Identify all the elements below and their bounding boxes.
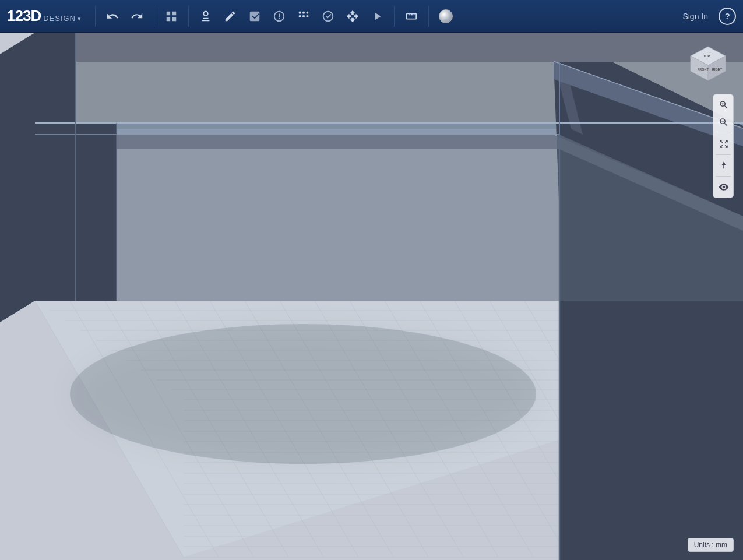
viewport[interactable]: FRONT RIGHT TOP Units : mm <box>0 33 743 560</box>
svg-text:FRONT: FRONT <box>698 68 709 71</box>
units-badge[interactable]: Units : mm <box>688 538 734 552</box>
toolbar: 123D DESIGN ▾ <box>0 0 743 33</box>
svg-rect-2 <box>307 11 309 13</box>
snap-button[interactable] <box>366 5 388 27</box>
svg-marker-55 <box>35 33 743 62</box>
undo-button[interactable] <box>101 5 124 27</box>
toolbar-divider-2 <box>154 6 154 27</box>
toolbar-divider-3 <box>188 6 189 27</box>
toolbar-divider-4 <box>394 6 395 27</box>
view-ctrl-divider-2 <box>716 154 731 155</box>
view-ctrl-divider-3 <box>716 176 731 177</box>
grid-button[interactable] <box>160 5 182 27</box>
construct-button[interactable] <box>244 5 266 27</box>
logo-dropdown[interactable]: ▾ <box>78 15 81 23</box>
logo-123d: 123D <box>7 7 41 25</box>
view-controls-panel <box>713 94 734 198</box>
visibility-button[interactable] <box>716 179 732 195</box>
svg-rect-3 <box>299 15 301 17</box>
sphere-button[interactable] <box>435 5 457 27</box>
3d-scene <box>0 33 743 560</box>
zoom-fit-button[interactable] <box>716 136 732 152</box>
toolbar-divider-1 <box>95 6 96 27</box>
material-button[interactable] <box>317 5 339 27</box>
svg-marker-53 <box>0 33 35 324</box>
svg-rect-4 <box>302 15 305 17</box>
modify-button[interactable] <box>268 5 290 27</box>
sketch-button[interactable] <box>219 5 241 27</box>
sign-in-button[interactable]: Sign In <box>677 8 714 24</box>
toolbar-divider-5 <box>428 6 429 27</box>
svg-text:RIGHT: RIGHT <box>712 68 723 71</box>
primitives-button[interactable] <box>195 5 217 27</box>
svg-rect-5 <box>307 15 309 17</box>
zoom-out-button[interactable] <box>716 114 732 131</box>
zoom-in-button[interactable] <box>716 97 732 113</box>
logo-design: DESIGN <box>43 14 76 23</box>
svg-point-54 <box>70 324 536 464</box>
logo-area: 123D DESIGN ▾ <box>7 7 81 25</box>
help-button[interactable]: ? <box>719 8 736 25</box>
home-view-button[interactable] <box>716 157 732 174</box>
svg-text:TOP: TOP <box>703 54 710 58</box>
view-ctrl-divider-1 <box>716 133 731 133</box>
svg-rect-0 <box>299 11 301 13</box>
transform-button[interactable] <box>341 5 364 27</box>
pattern-button[interactable] <box>293 5 315 27</box>
nav-cube[interactable]: FRONT RIGHT TOP <box>687 44 729 86</box>
redo-button[interactable] <box>126 5 148 27</box>
svg-rect-1 <box>302 11 305 13</box>
measure-button[interactable] <box>400 5 422 27</box>
